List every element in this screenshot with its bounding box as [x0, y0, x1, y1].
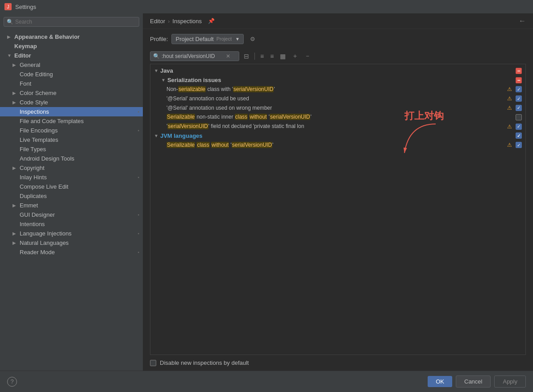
expand-all-button[interactable]: ≡	[258, 52, 266, 61]
sidebar-item-font[interactable]: Font	[0, 79, 143, 88]
profile-tag: Project	[217, 36, 232, 41]
collapse-all-button[interactable]: ≡	[268, 52, 275, 61]
sidebar-item-appearance[interactable]: ▶ Appearance & Behavior	[0, 32, 143, 41]
help-button[interactable]: ?	[7, 377, 17, 387]
insp-checkbox[interactable]: ✓	[516, 95, 522, 102]
java-category-checkbox[interactable]: −	[516, 68, 522, 74]
profile-value: Project Default	[175, 36, 213, 42]
sidebar-item-language-injections[interactable]: ▶ Language Injections ▪	[0, 229, 143, 238]
sidebar-item-natural-languages[interactable]: ▶ Natural Languages	[0, 238, 143, 248]
sidebar-label: Duplicates	[20, 193, 47, 199]
icon-right: ▪	[137, 109, 139, 114]
filter-button[interactable]: ⊟	[242, 52, 251, 61]
content-wrapper: Profile: Project Default Project ▼ ⚙ 🔍 ✕…	[143, 29, 533, 371]
insp-non-serializable[interactable]: Non-serializable class with 'serialVersi…	[150, 85, 525, 94]
highlight: without	[211, 142, 229, 148]
sidebar-label: Appearance & Behavior	[14, 33, 80, 40]
disable-inspections-checkbox[interactable]	[150, 360, 156, 366]
insp-field-not-declared[interactable]: 'serialVersionUID' field not declared 'p…	[150, 122, 525, 131]
toolbar-separator	[254, 53, 255, 60]
sidebar-item-gui-designer[interactable]: GUI Designer ▪	[0, 210, 143, 219]
sidebar-label: General	[20, 62, 40, 68]
warning-icon: ⚠	[507, 105, 512, 111]
insp-checkbox[interactable]: ✓	[516, 124, 522, 130]
java-category[interactable]: ▼ Java −	[150, 66, 525, 75]
highlight: serialVersionUID	[233, 86, 274, 92]
profile-dropdown[interactable]: Project Default Project ▼	[171, 34, 243, 44]
icon-right: ▪	[137, 250, 139, 255]
sidebar-item-code-style[interactable]: ▶ Code Style	[0, 98, 143, 107]
back-button[interactable]: ←	[519, 17, 526, 25]
insp-text: '@Serial' annotation could be used	[167, 95, 505, 103]
insp-text: Serializable class without 'serialVersio…	[167, 141, 505, 149]
insp-non-static[interactable]: Serializable non-static inner class with…	[150, 112, 525, 122]
sidebar-item-android-design-tools[interactable]: Android Design Tools	[0, 154, 143, 163]
inspections-search-input[interactable]	[162, 53, 224, 59]
sidebar-label: Reader Mode	[20, 249, 55, 256]
disable-inspections-label: Disable new inspections by default	[160, 359, 249, 366]
icon-right: ▪	[137, 128, 139, 133]
java-label: Java	[160, 67, 514, 74]
sidebar-item-intentions[interactable]: Intentions	[0, 219, 143, 229]
sidebar-item-reader-mode[interactable]: Reader Mode ▪	[0, 248, 143, 257]
insp-checkbox[interactable]: ✓	[516, 105, 522, 111]
highlight: Serializable	[167, 114, 195, 120]
sidebar-item-general[interactable]: ▶ General	[0, 60, 143, 70]
serialization-checkbox[interactable]: −	[516, 77, 522, 83]
ok-button[interactable]: OK	[428, 376, 452, 387]
insp-serial-wrong[interactable]: '@Serial' annotation used on wrong membe…	[150, 103, 525, 113]
sidebar-item-compose-live-edit[interactable]: Compose Live Edit	[0, 182, 143, 191]
add-button[interactable]: ＋	[290, 51, 300, 61]
remove-button[interactable]: －	[303, 51, 312, 61]
sidebar-item-file-code-templates[interactable]: File and Code Templates	[0, 116, 143, 126]
sidebar-item-inspections[interactable]: Inspections ▪	[0, 107, 143, 116]
apply-button[interactable]: Apply	[494, 375, 526, 388]
breadcrumb-editor: Editor	[150, 18, 165, 25]
profile-row: Profile: Project Default Project ▼ ⚙	[143, 29, 533, 49]
insp-text: 'serialVersionUID' field not declared 'p…	[167, 123, 505, 130]
search-clear-icon[interactable]: ✕	[226, 53, 230, 59]
sidebar-item-color-scheme[interactable]: ▶ Color Scheme	[0, 88, 143, 98]
sidebar-item-editor[interactable]: ▼ Editor	[0, 51, 143, 60]
gear-button[interactable]: ⚙	[247, 33, 258, 44]
sidebar-item-inlay-hints[interactable]: Inlay Hints ▪	[0, 173, 143, 182]
bottom-row: Disable new inspections by default	[143, 355, 533, 371]
warning-icon: ⚠	[507, 95, 512, 102]
sidebar-item-file-encodings[interactable]: File Encodings ▪	[0, 126, 143, 135]
insp-checkbox[interactable]: ✓	[516, 86, 522, 92]
sidebar-item-live-templates[interactable]: Live Templates	[0, 135, 143, 144]
sidebar-item-code-editing[interactable]: Code Editing	[0, 70, 143, 79]
cancel-button[interactable]: Cancel	[456, 375, 491, 388]
sidebar-search-wrap[interactable]: 🔍	[4, 17, 139, 27]
dropdown-arrow-icon: ▼	[235, 37, 240, 41]
expand-arrow: ▶	[12, 203, 18, 208]
highlight: serialVersionUID	[167, 123, 208, 129]
java-expand-arrow: ▼	[154, 68, 158, 73]
highlight: serializable	[178, 86, 206, 92]
sidebar-item-file-types[interactable]: File Types	[0, 144, 143, 154]
sidebar-item-keymap[interactable]: Keymap	[0, 41, 143, 51]
sidebar-label: Emmet	[20, 202, 38, 209]
search-field[interactable]: 🔍 ✕	[150, 51, 239, 61]
sidebar-search-input[interactable]	[15, 19, 136, 25]
sidebar-item-copyright[interactable]: ▶ Copyright	[0, 163, 143, 173]
icon-right: ▪	[137, 175, 139, 180]
sidebar-item-duplicates[interactable]: Duplicates	[0, 191, 143, 201]
expand-arrow: ▶	[12, 165, 18, 170]
insp-checkbox[interactable]: ✓	[516, 142, 522, 148]
jvm-category-checkbox[interactable]: ✓	[516, 132, 522, 139]
content-area: Editor › Inspections 📌 ← Profile: Projec…	[143, 13, 533, 371]
jvm-category[interactable]: ▼ JVM languages ✓	[150, 131, 525, 140]
group-button[interactable]: ▦	[278, 52, 287, 61]
sidebar-search-area: 🔍	[0, 13, 143, 30]
check-icon: ✓	[517, 124, 521, 129]
sidebar-label: File Encodings	[20, 127, 58, 134]
icon-right: ▪	[137, 212, 139, 217]
insp-serial-annotation[interactable]: '@Serial' annotation could be used ⚠ ✓	[150, 94, 525, 103]
sidebar-item-emmet[interactable]: ▶ Emmet	[0, 201, 143, 210]
help-icon: ?	[10, 378, 13, 385]
insp-serializable-class[interactable]: Serializable class without 'serialVersio…	[150, 140, 525, 150]
serialization-label: Serialization issues	[167, 77, 514, 83]
serialization-subcategory[interactable]: ▼ Serialization issues −	[150, 75, 525, 85]
insp-checkbox[interactable]	[516, 114, 522, 120]
